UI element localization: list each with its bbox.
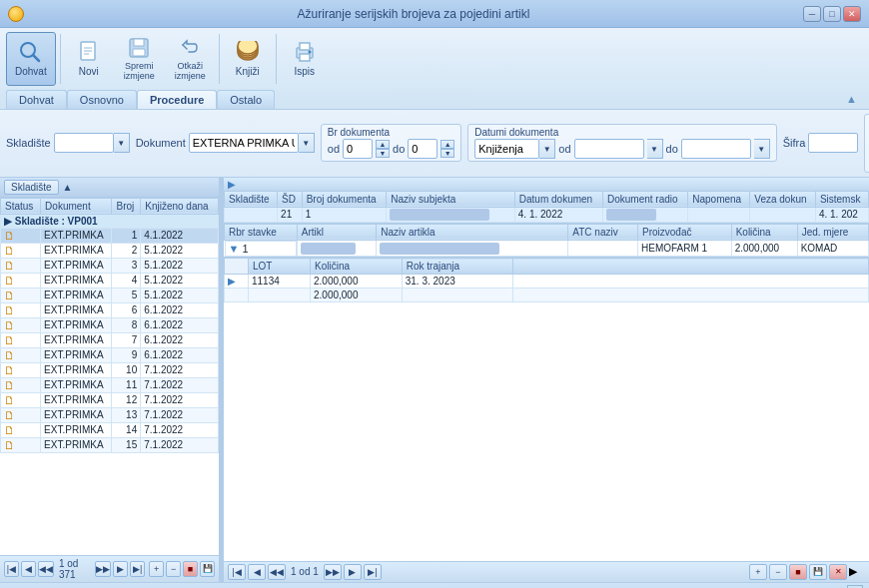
left-table-row[interactable]: 🗋 EXT.PRIMKA 14 7.1.2022: [1, 422, 219, 437]
left-table-row[interactable]: 🗋 EXT.PRIMKA 5 5.1.2022: [1, 288, 219, 302]
lot-grid: LOT Količina Rok trajanja ▶: [224, 258, 869, 561]
bot-last-btn[interactable]: ▶|: [364, 564, 382, 580]
br-od-input[interactable]: [343, 139, 373, 159]
tab-ostalo[interactable]: Ostalo: [217, 90, 275, 109]
left-table-row[interactable]: 🗋 EXT.PRIMKA 3 5.1.2022: [1, 258, 219, 273]
datum-od-arrow[interactable]: ▼: [647, 139, 663, 159]
dohvat-button[interactable]: Dohvat: [6, 32, 56, 86]
br-do-input[interactable]: [408, 139, 437, 159]
top-grid-scroll[interactable]: Skladište ŠD Broj dokumenta Naziv subjek…: [224, 191, 869, 223]
cell-status: 🗋: [1, 273, 41, 288]
lot-scroll[interactable]: LOT Količina Rok trajanja ▶: [224, 258, 869, 561]
knjizenja-input[interactable]: [474, 139, 539, 159]
cell-veza: [750, 207, 816, 222]
datum-do-input[interactable]: [681, 139, 751, 159]
lot-row[interactable]: ▶ 11134 2.000,000 31. 3. 2023: [225, 275, 869, 289]
datum-do-arrow[interactable]: ▼: [754, 139, 770, 159]
bot-add-btn[interactable]: +: [749, 564, 767, 580]
filter-row: Skladište ▼ Dokument ▼ Br dokumenta od ▲…: [6, 114, 863, 173]
top-table: Skladište ŠD Broj dokumenta Naziv subjek…: [224, 191, 869, 223]
datum-od-input[interactable]: [574, 139, 644, 159]
sort-arrow-up[interactable]: ▲: [63, 182, 73, 193]
skladiste-input[interactable]: [54, 133, 114, 153]
minimize-button[interactable]: ─: [803, 6, 821, 22]
left-last-btn[interactable]: ▶|: [130, 561, 145, 577]
expand-icon[interactable]: ▼: [229, 243, 240, 255]
left-table-row[interactable]: 🗋 EXT.PRIMKA 6 6.1.2022: [1, 302, 219, 317]
bot-stop-btn[interactable]: ■: [789, 564, 807, 580]
left-table-row[interactable]: 🗋 EXT.PRIMKA 2 5.1.2022: [1, 243, 219, 258]
bot-next10-btn[interactable]: ▶▶: [324, 564, 342, 580]
bot-prev-btn[interactable]: ◀: [248, 564, 266, 580]
otkaži-button[interactable]: Otkažiizmjene: [166, 32, 215, 86]
spremi-button[interactable]: Spremiizmjene: [115, 32, 164, 86]
left-first-btn[interactable]: |◀: [4, 561, 19, 577]
skladiste-arrow-btn[interactable]: ▼: [114, 133, 130, 153]
left-prev-btn[interactable]: ◀: [21, 561, 36, 577]
tab-dohvat[interactable]: Dohvat: [6, 90, 67, 109]
spremi-label: Spremiizmjene: [124, 62, 155, 82]
bot-save-btn[interactable]: 💾: [809, 564, 827, 580]
left-panel-scroll[interactable]: Status Dokument Broj Knjiženo dana ▶ Skl…: [0, 198, 219, 555]
left-prev10-btn[interactable]: ◀◀: [38, 561, 54, 577]
title-bar: Ažuriranje serijskih brojeva za pojedini…: [0, 0, 869, 28]
left-add-btn[interactable]: +: [149, 561, 164, 577]
left-table-row[interactable]: 🗋 EXT.PRIMKA 12 7.1.2022: [1, 392, 219, 407]
dokument-input[interactable]: [189, 133, 299, 153]
sifra-input[interactable]: [808, 133, 858, 153]
sum-label-col: [225, 289, 249, 302]
left-table-row[interactable]: 🗋 EXT.PRIMKA 4 5.1.2022: [1, 273, 219, 288]
artikl-scroll[interactable]: Rbr stavke Artikl Naziv artikla ATC nazi…: [224, 224, 869, 258]
knjiži-button[interactable]: Knjiži: [224, 32, 272, 86]
left-table-row[interactable]: 🗋 EXT.PRIMKA 9 6.1.2022: [1, 347, 219, 362]
cell-broj: 3: [112, 258, 141, 273]
cell-napomena: [688, 207, 750, 222]
artikl-row[interactable]: ▼ 1 HEMOFARM 1: [225, 240, 869, 257]
skladiste-header-btn[interactable]: Skladište: [4, 180, 59, 195]
cell-status: 🗋: [1, 392, 41, 407]
toolbar-collapse[interactable]: ▲: [840, 90, 863, 109]
br-od-down[interactable]: ▼: [376, 149, 390, 158]
bot-close-btn[interactable]: ✕: [829, 564, 847, 580]
bot-first-btn[interactable]: |◀: [228, 564, 246, 580]
lot-sum-row: 2.000,000: [225, 289, 869, 302]
cell-dokument: EXT.PRIMKA: [41, 228, 112, 243]
bot-prev10-btn[interactable]: ◀◀: [268, 564, 286, 580]
maximize-button[interactable]: □: [823, 6, 841, 22]
left-next-btn[interactable]: ▶: [113, 561, 128, 577]
cell-proizvodjac: HEMOFARM 1: [637, 240, 731, 257]
left-table-row[interactable]: 🗋 EXT.PRIMKA 11 7.1.2022: [1, 377, 219, 392]
skladiste-input-group: ▼: [54, 133, 130, 153]
left-stop-btn[interactable]: ■: [183, 561, 198, 577]
tab-osnovno[interactable]: Osnovno: [67, 90, 137, 109]
top-grid-expand[interactable]: ▶: [228, 179, 236, 190]
left-save-btn[interactable]: 💾: [200, 561, 215, 577]
left-table-row[interactable]: 🗋 EXT.PRIMKA 13 7.1.2022: [1, 407, 219, 422]
br-do-up[interactable]: ▲: [440, 140, 454, 149]
left-table-row[interactable]: 🗋 EXT.PRIMKA 10 7.1.2022: [1, 362, 219, 377]
window-title: Ažuriranje serijskih brojeva za pojedini…: [24, 7, 803, 21]
br-od-up[interactable]: ▲: [376, 140, 390, 149]
status-bar: Korisnik: infos Status : upit aktivan. ⊡: [0, 582, 869, 588]
left-table-row[interactable]: 🗋 EXT.PRIMKA 15 7.1.2022: [1, 437, 219, 452]
scroll-right[interactable]: ▶: [849, 565, 865, 578]
cell-status: 🗋: [1, 243, 41, 258]
doc-icon: 🗋: [4, 424, 15, 436]
lot-expand-arrow[interactable]: ▶: [228, 276, 236, 287]
left-table-row[interactable]: 🗋 EXT.PRIMKA 7 6.1.2022: [1, 332, 219, 347]
dokument-arrow-btn[interactable]: ▼: [299, 133, 315, 153]
bot-next-btn[interactable]: ▶: [344, 564, 362, 580]
tab-procedure[interactable]: Procedure: [137, 90, 217, 109]
left-del-btn[interactable]: −: [166, 561, 181, 577]
br-do-down[interactable]: ▼: [440, 149, 454, 158]
bot-del-btn[interactable]: −: [769, 564, 787, 580]
left-table-row[interactable]: 🗋 EXT.PRIMKA 8 6.1.2022: [1, 317, 219, 332]
knjizenja-arrow[interactable]: ▼: [539, 139, 555, 159]
novi-button[interactable]: Novi: [65, 32, 113, 86]
left-table-row[interactable]: 🗋 EXT.PRIMKA 1 4.1.2022: [1, 228, 219, 243]
left-nav-bar: |◀ ◀ ◀◀ 1 od 371 ▶▶ ▶ ▶| + − ■ 💾: [0, 555, 219, 582]
ispis-button[interactable]: Ispis: [281, 32, 329, 86]
left-next10-btn[interactable]: ▶▶: [95, 561, 111, 577]
close-button[interactable]: ✕: [843, 6, 861, 22]
top-data-row[interactable]: 21 1 4. 1. 2022 4. 1. 202: [225, 207, 869, 222]
